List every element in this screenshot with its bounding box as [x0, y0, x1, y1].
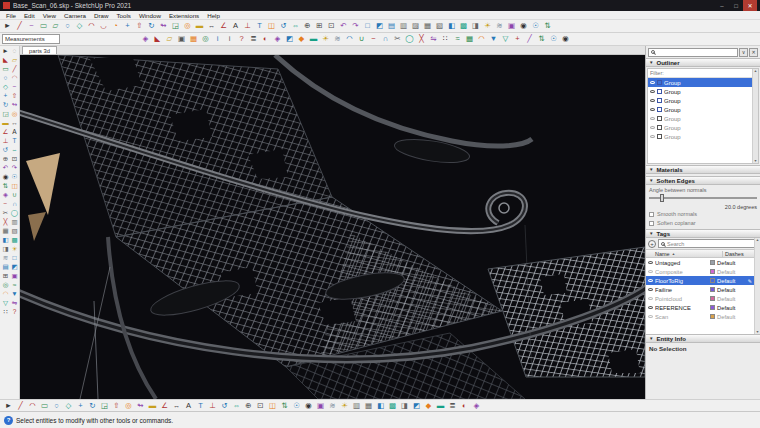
offset-icon[interactable]: ◎	[182, 21, 193, 32]
visibility-eye-icon[interactable]	[650, 108, 655, 111]
dimension-icon[interactable]: ↔	[171, 400, 182, 411]
solid-trim-icon[interactable]: ✂	[392, 34, 403, 45]
dimension-icon[interactable]: ↔	[206, 21, 217, 32]
tag-visibility-eye-icon[interactable]	[648, 261, 653, 264]
add-location-icon[interactable]: ◎	[1, 281, 10, 290]
orbit-icon[interactable]: ↺	[1, 146, 10, 155]
tape-measure-icon[interactable]: ▬	[147, 400, 158, 411]
smoove-icon[interactable]: ◠	[1, 290, 10, 299]
fog-icon[interactable]: ≋	[1, 254, 10, 263]
look-around-icon[interactable]: ☉	[530, 21, 541, 32]
freehand-icon[interactable]: ~	[26, 21, 37, 32]
text-icon[interactable]: A	[230, 21, 241, 32]
tag-dashes-value[interactable]: Default	[717, 305, 743, 311]
tags-name-column-header[interactable]: Name ▲	[646, 251, 722, 257]
section-plane-icon[interactable]: ◫	[267, 400, 278, 411]
flip-edge-icon[interactable]: ╱	[524, 34, 535, 45]
tag-visibility-eye-icon[interactable]	[648, 297, 653, 300]
fog-icon[interactable]: ≋	[494, 21, 505, 32]
match-photo-icon[interactable]: ▣	[315, 400, 326, 411]
drape-icon[interactable]: ▽	[1, 299, 10, 308]
split-icon[interactable]: ╳	[416, 34, 427, 45]
tag-color-swatch[interactable]	[710, 314, 715, 319]
tag-dashes-value[interactable]: Default	[717, 269, 743, 275]
menu-item[interactable]: Help	[203, 12, 224, 19]
shadow-settings-icon[interactable]: ☀	[320, 34, 331, 45]
split-icon[interactable]: ╳	[1, 218, 10, 227]
scale-icon[interactable]: ◲	[170, 21, 181, 32]
stamp-icon[interactable]: ▼	[10, 290, 19, 299]
tag-dashes-value[interactable]: Default	[717, 296, 743, 302]
scroll-down-icon[interactable]: ▼	[756, 330, 759, 334]
zoom-window-icon[interactable]: ⊞	[314, 21, 325, 32]
make-component-icon[interactable]: ◈	[140, 34, 151, 45]
3d-text-icon[interactable]: T	[254, 21, 265, 32]
components-icon[interactable]: ◈	[272, 34, 283, 45]
tray-dropdown-button[interactable]: ∨	[739, 48, 748, 57]
entity-info-section-header[interactable]: ▼ Entity Info	[646, 334, 760, 343]
tags-dashes-column-header[interactable]: Dashes	[722, 251, 754, 257]
iso-view-icon[interactable]: ◩	[10, 263, 19, 272]
fog-icon[interactable]: ≋	[327, 400, 338, 411]
flip-icon[interactable]: ⇋	[428, 34, 439, 45]
3d-text-icon[interactable]: T	[10, 137, 19, 146]
shadows-icon[interactable]: ☀	[482, 21, 493, 32]
zoom-extents-icon[interactable]: ⊡	[10, 155, 19, 164]
zoom-window-icon[interactable]: ⊞	[1, 272, 10, 281]
tag-color-swatch[interactable]	[710, 278, 715, 283]
pan-icon[interactable]: ⇔	[231, 400, 242, 411]
monochrome-icon[interactable]: ◨	[1, 245, 10, 254]
tag-visibility-eye-icon[interactable]	[648, 270, 653, 273]
menu-item[interactable]: Tools	[112, 12, 134, 19]
union-icon[interactable]: ∪	[10, 191, 19, 200]
move-icon[interactable]: +	[75, 400, 86, 411]
top-view-icon[interactable]: ▤	[1, 263, 10, 272]
outliner-icon[interactable]: ≣	[248, 34, 259, 45]
lasso-icon[interactable]: ◌	[10, 47, 19, 56]
freehand-icon[interactable]: ~	[10, 83, 19, 92]
shaded-textures-icon[interactable]: ▩	[458, 21, 469, 32]
model-info-icon[interactable]: i	[212, 34, 223, 45]
walk-icon[interactable]: ⇅	[279, 400, 290, 411]
styles-icon[interactable]: ◩	[284, 34, 295, 45]
follow-me-icon[interactable]: ↬	[158, 21, 169, 32]
slider-thumb[interactable]	[660, 194, 664, 202]
orbit-icon[interactable]: ↺	[219, 400, 230, 411]
back-edges-icon[interactable]: ▨	[410, 21, 421, 32]
menu-item[interactable]: View	[39, 12, 60, 19]
paint-bucket-icon[interactable]: ◣	[152, 34, 163, 45]
array-icon[interactable]: ∷	[440, 34, 451, 45]
trim-icon[interactable]: ✂	[1, 209, 10, 218]
tag-visibility-eye-icon[interactable]	[648, 315, 653, 318]
scenes-icon[interactable]: ▬	[435, 400, 446, 411]
tag-row[interactable]: REFERENCE Default	[646, 303, 754, 312]
camera-tool-icon[interactable]: ◉	[560, 34, 571, 45]
shadows-icon[interactable]: ☀	[10, 245, 19, 254]
look-around-icon[interactable]: ☉	[291, 400, 302, 411]
push-pull-icon[interactable]: ⇧	[111, 400, 122, 411]
maximize-button[interactable]: □	[729, 0, 743, 11]
x-ray-icon[interactable]: ▥	[351, 400, 362, 411]
position-texture-icon[interactable]: ▦	[188, 34, 199, 45]
outliner-icon[interactable]: ≣	[447, 400, 458, 411]
soften-coplanar-checkbox[interactable]	[649, 221, 654, 226]
dimension-icon[interactable]: ↔	[10, 119, 19, 128]
polygon-icon[interactable]: ◇	[63, 400, 74, 411]
arc-icon[interactable]: ◠	[86, 21, 97, 32]
menu-item[interactable]: Draw	[90, 12, 112, 19]
circle-icon[interactable]: ○	[62, 21, 73, 32]
fog-settings-icon[interactable]: ≋	[332, 34, 343, 45]
push-pull-icon[interactable]: ⇧	[10, 92, 19, 101]
rotate-icon[interactable]: ↻	[87, 400, 98, 411]
outliner-item[interactable]: Group	[648, 132, 752, 141]
tag-visibility-eye-icon[interactable]	[648, 279, 653, 282]
push-pull-icon[interactable]: ⇧	[134, 21, 145, 32]
scene-tab[interactable]: parts 3d	[22, 46, 57, 54]
visibility-eye-icon[interactable]	[650, 135, 655, 138]
previous-icon[interactable]: ↶	[1, 164, 10, 173]
solid-union-icon[interactable]: ∪	[356, 34, 367, 45]
text-icon[interactable]: A	[10, 128, 19, 137]
walk-tool-icon[interactable]: ⇅	[536, 34, 547, 45]
zoom-icon[interactable]: ⊕	[1, 155, 10, 164]
offset-icon[interactable]: ◎	[123, 400, 134, 411]
